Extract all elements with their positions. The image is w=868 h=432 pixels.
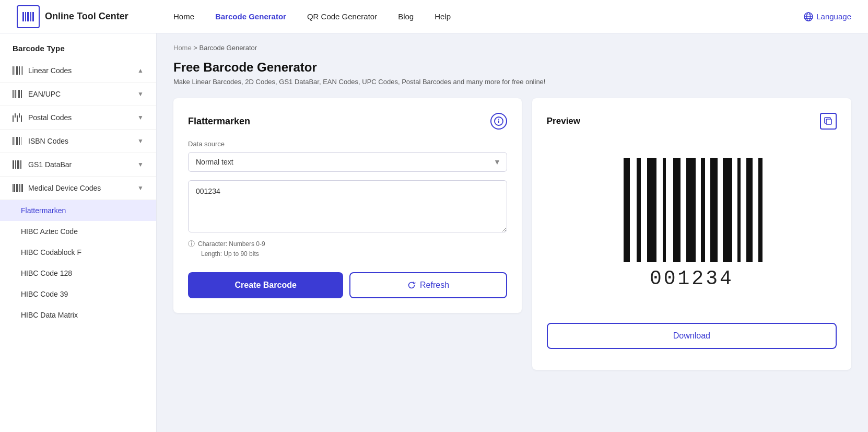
sidebar-category-postal: Postal Codes ▼ bbox=[0, 106, 156, 130]
svg-rect-50 bbox=[701, 158, 705, 262]
breadcrumb-current: Barcode Generator bbox=[200, 44, 257, 52]
copy-icon bbox=[824, 117, 832, 125]
svg-rect-33 bbox=[17, 160, 19, 169]
page-title: Free Barcode Generator bbox=[173, 60, 851, 75]
svg-rect-16 bbox=[13, 90, 14, 98]
panel-header: Flattermarken bbox=[188, 113, 507, 130]
nav-help[interactable]: Help bbox=[435, 12, 451, 21]
svg-rect-29 bbox=[19, 137, 20, 145]
breadcrumb-home[interactable]: Home bbox=[173, 44, 192, 52]
medical-label: Medical Device Codes bbox=[28, 184, 101, 192]
sidebar-item-hibc-code128[interactable]: HIBC Code 128 bbox=[0, 263, 156, 284]
svg-rect-32 bbox=[15, 160, 16, 169]
sidebar-category-gs1-header[interactable]: GS1 DataBar ▼ bbox=[0, 153, 156, 176]
data-source-wrapper: Normal text ▼ bbox=[188, 152, 507, 172]
logo-text: Online Tool Center bbox=[45, 11, 128, 22]
sidebar-category-isbn-header[interactable]: ISBN Codes ▼ bbox=[0, 130, 156, 153]
svg-rect-10 bbox=[13, 66, 14, 75]
download-button[interactable]: Download bbox=[547, 323, 837, 349]
sidebar-item-hibc-datamatrix[interactable]: HIBC Data Matrix bbox=[0, 305, 156, 325]
refresh-button[interactable]: Refresh bbox=[349, 272, 507, 298]
svg-rect-20 bbox=[21, 90, 22, 98]
svg-rect-49 bbox=[686, 158, 696, 262]
create-barcode-button[interactable]: Create Barcode bbox=[188, 272, 343, 298]
barcode-icon bbox=[13, 66, 23, 75]
refresh-icon bbox=[407, 281, 416, 289]
sidebar-category-isbn: ISBN Codes ▼ bbox=[0, 130, 156, 153]
copy-button[interactable] bbox=[820, 113, 837, 130]
sidebar: Barcode Type Linear Codes ▲ bbox=[0, 33, 157, 432]
isbn-chevron: ▼ bbox=[137, 137, 144, 145]
svg-rect-14 bbox=[21, 66, 21, 75]
nav-barcode-generator[interactable]: Barcode Generator bbox=[215, 12, 286, 21]
refresh-button-label: Refresh bbox=[420, 281, 449, 290]
main-nav: Home Barcode Generator QR Code Generator… bbox=[173, 12, 804, 21]
sidebar-category-ean-header[interactable]: EAN/UPC ▼ bbox=[0, 83, 156, 106]
left-panel-title: Flattermarken bbox=[188, 116, 250, 127]
main-layout: Barcode Type Linear Codes ▲ bbox=[0, 33, 868, 432]
info-button[interactable] bbox=[490, 113, 507, 130]
sidebar-item-hibc-code39[interactable]: HIBC Code 39 bbox=[0, 284, 156, 305]
svg-rect-53 bbox=[737, 158, 741, 262]
data-source-select[interactable]: Normal text bbox=[188, 152, 507, 172]
sidebar-category-linear: Linear Codes ▲ bbox=[0, 59, 156, 83]
nav-blog[interactable]: Blog bbox=[398, 12, 414, 21]
isbn-icon bbox=[13, 137, 23, 145]
svg-rect-23 bbox=[17, 115, 18, 122]
svg-point-41 bbox=[498, 119, 499, 120]
sidebar-category-linear-header[interactable]: Linear Codes ▲ bbox=[0, 59, 156, 82]
barcode-display: 001234 bbox=[613, 158, 770, 290]
svg-rect-12 bbox=[16, 66, 18, 75]
sidebar-category-ean: EAN/UPC ▼ bbox=[0, 83, 156, 106]
svg-rect-46 bbox=[647, 158, 656, 262]
svg-rect-26 bbox=[13, 137, 14, 145]
sidebar-item-hibc-aztec[interactable]: HIBC Aztec Code bbox=[0, 221, 156, 242]
svg-rect-4 bbox=[32, 12, 34, 21]
svg-rect-42 bbox=[498, 121, 499, 123]
sidebar-category-postal-header[interactable]: Postal Codes ▼ bbox=[0, 106, 156, 129]
logo-icon bbox=[17, 5, 40, 28]
svg-rect-21 bbox=[13, 115, 14, 122]
svg-rect-52 bbox=[723, 158, 732, 262]
svg-rect-51 bbox=[710, 158, 718, 262]
sidebar-item-hibc-codablock[interactable]: HIBC Codablock F bbox=[0, 242, 156, 263]
svg-rect-39 bbox=[21, 184, 23, 192]
svg-rect-13 bbox=[19, 66, 20, 75]
language-button[interactable]: Language bbox=[804, 12, 851, 21]
svg-rect-31 bbox=[13, 160, 14, 169]
linear-codes-chevron: ▲ bbox=[137, 67, 144, 74]
svg-rect-15 bbox=[22, 66, 23, 75]
svg-rect-27 bbox=[15, 137, 15, 145]
svg-rect-38 bbox=[19, 184, 20, 192]
sidebar-category-medical: Medical Device Codes ▼ bbox=[0, 177, 156, 200]
svg-rect-3 bbox=[30, 12, 31, 21]
left-panel: Flattermarken Data source Normal text bbox=[173, 98, 522, 313]
barcode-svg bbox=[613, 158, 770, 262]
breadcrumb: Home > Barcode Generator bbox=[173, 44, 851, 52]
nav-home[interactable]: Home bbox=[173, 12, 194, 21]
svg-rect-2 bbox=[27, 12, 29, 21]
ean-chevron: ▼ bbox=[137, 90, 144, 98]
svg-rect-19 bbox=[18, 90, 20, 98]
info-icon bbox=[494, 116, 503, 126]
ean-label: EAN/UPC bbox=[28, 90, 61, 98]
svg-rect-34 bbox=[20, 160, 21, 169]
svg-rect-25 bbox=[21, 115, 22, 122]
svg-rect-0 bbox=[22, 12, 24, 21]
breadcrumb-separator: > bbox=[193, 44, 199, 52]
button-row: Create Barcode Refresh bbox=[188, 272, 507, 298]
page-subtitle: Make Linear Barcodes, 2D Codes, GS1 Data… bbox=[173, 78, 851, 86]
preview-title: Preview bbox=[547, 116, 580, 126]
barcode-preview-area: 001234 bbox=[547, 140, 837, 307]
svg-rect-36 bbox=[14, 184, 15, 192]
logo-area: Online Tool Center bbox=[17, 5, 173, 28]
svg-rect-37 bbox=[16, 184, 18, 192]
sidebar-item-flattermarken[interactable]: Flattermarken bbox=[0, 200, 156, 221]
svg-rect-1 bbox=[25, 12, 26, 21]
char-info-line2: Length: Up to 90 bits bbox=[201, 250, 259, 258]
nav-qr-code-generator[interactable]: QR Code Generator bbox=[307, 12, 377, 21]
barcode-data-input[interactable]: 001234 bbox=[188, 180, 507, 232]
sidebar-category-medical-header[interactable]: Medical Device Codes ▼ bbox=[0, 177, 156, 200]
gs1-icon bbox=[13, 160, 23, 169]
svg-rect-22 bbox=[15, 113, 16, 118]
